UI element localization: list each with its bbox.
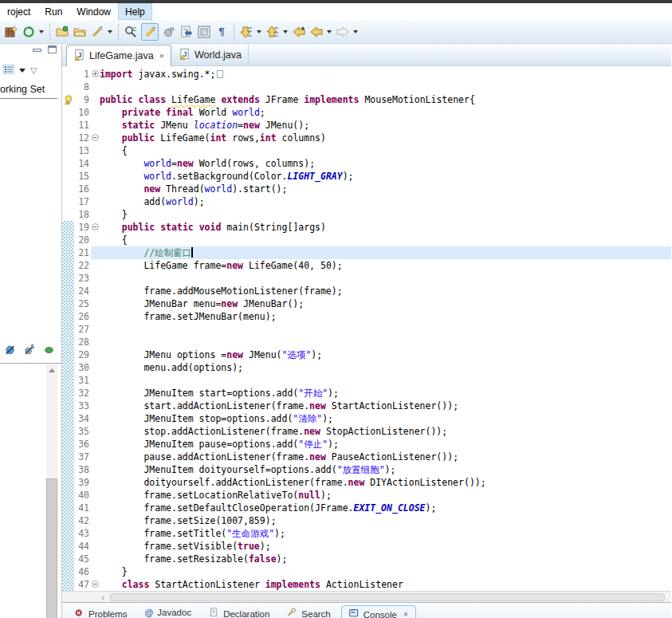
search-icon[interactable]: C bbox=[124, 25, 138, 39]
menu-item-roject[interactable]: roject bbox=[0, 3, 37, 20]
code-line-13[interactable]: 13 { bbox=[62, 144, 671, 157]
code-line-25[interactable]: 25 JMenuBar menu=new JMenuBar(); bbox=[62, 297, 671, 310]
fold-collapse-icon[interactable]: − bbox=[92, 581, 99, 588]
code-line-46[interactable]: 46 } bbox=[62, 565, 671, 578]
open-declaration-icon[interactable] bbox=[179, 25, 194, 39]
new-wizard-icon[interactable] bbox=[4, 25, 18, 39]
code-line-9[interactable]: 9public class LifeGame extends JFrame im… bbox=[62, 93, 671, 106]
skip-all-breakpoints-icon[interactable] bbox=[5, 344, 17, 360]
code-editor[interactable]: 1+import javax.swing.*;89public class Li… bbox=[62, 66, 671, 591]
code-line-42[interactable]: 42 frame.setSize(1007,859); bbox=[62, 514, 671, 527]
code-line-24[interactable]: 24 frame.addMouseMotionListener(frame); bbox=[62, 285, 671, 297]
menu-item-run[interactable]: Run bbox=[37, 3, 69, 20]
code-line-37[interactable]: 37 pause.addActionListener(frame.new Pau… bbox=[62, 451, 671, 463]
brush-icon-dropdown[interactable] bbox=[106, 25, 113, 39]
code-line-19[interactable]: 19− public static void main(String[]args… bbox=[62, 221, 671, 234]
code-line-14[interactable]: 14 world=new World(rows, columns); bbox=[62, 157, 671, 170]
code-line-20[interactable]: 20 { bbox=[62, 234, 671, 246]
scroll-left-icon[interactable]: ‹ bbox=[97, 592, 108, 602]
bottom-tab-console[interactable]: Console× bbox=[341, 605, 416, 618]
code-line-36[interactable]: 36 JMenuItem pause=options.add("停止"); bbox=[62, 438, 671, 451]
code-line-18[interactable]: 18 } bbox=[62, 208, 671, 221]
import-folder-icon[interactable] bbox=[55, 25, 69, 39]
open-folder-icon[interactable] bbox=[73, 25, 87, 39]
minimize-view-icon[interactable] bbox=[33, 49, 41, 52]
code-line-35[interactable]: 35 stop.addActionListener(frame.new Stop… bbox=[62, 425, 671, 438]
folded-region-box[interactable] bbox=[217, 70, 223, 78]
code-line-39[interactable]: 39 doityourself.addActionListener(frame.… bbox=[62, 476, 671, 489]
show-whitespace-icon[interactable]: ¶ bbox=[214, 25, 229, 39]
back-icon-dropdown[interactable] bbox=[325, 25, 332, 39]
code-line-16[interactable]: 16 new Thread(world).start(); bbox=[62, 183, 671, 195]
menu-item-help[interactable]: Help bbox=[118, 3, 152, 20]
format-icon[interactable] bbox=[162, 25, 176, 39]
editor-tab-world-java[interactable]: JWorld.java bbox=[171, 44, 249, 65]
code-line-12[interactable]: 12− public LifeGame(int rows,int columns… bbox=[62, 132, 671, 144]
list-layout-icon[interactable] bbox=[3, 63, 14, 77]
code-line-44[interactable]: 44 frame.setVisible(true); bbox=[62, 540, 671, 553]
close-icon[interactable]: × bbox=[159, 51, 164, 61]
resume-icon[interactable] bbox=[43, 344, 55, 360]
left-panel-scrollbar[interactable] bbox=[46, 364, 57, 616]
close-icon[interactable]: × bbox=[403, 610, 408, 618]
forward-icon-dropdown[interactable] bbox=[352, 25, 359, 39]
code-line-17[interactable]: 17 add(world); bbox=[62, 195, 671, 208]
code-line-30[interactable]: 30 menu.add(options); bbox=[62, 361, 671, 374]
fold-collapse-icon[interactable]: − bbox=[92, 223, 99, 230]
code-line-26[interactable]: 26 frame.setJMenuBar(menu); bbox=[62, 310, 671, 323]
code-line-34[interactable]: 34 JMenuItem stop=options.add("清除"); bbox=[62, 412, 671, 425]
code-line-43[interactable]: 43 frame.setTitle("生命游戏"); bbox=[62, 527, 671, 540]
line-number: 14 bbox=[74, 157, 91, 170]
fold-expand-icon[interactable]: + bbox=[92, 70, 99, 77]
code-line-47[interactable]: 47− class StartActionListener implements… bbox=[62, 578, 671, 591]
fold-collapse-icon[interactable]: − bbox=[92, 134, 99, 141]
scroll-up-icon[interactable] bbox=[46, 364, 57, 376]
back-icon[interactable] bbox=[309, 25, 324, 39]
maximize-view-icon[interactable] bbox=[48, 45, 57, 53]
line-number: 38 bbox=[74, 463, 91, 476]
code-line-21[interactable]: 21 //绘制窗口 bbox=[62, 246, 671, 259]
range-indicator bbox=[62, 234, 74, 246]
code-line-27[interactable]: 27 bbox=[62, 323, 671, 336]
next-annotation-icon[interactable] bbox=[239, 25, 253, 39]
bottom-tab-declaration[interactable]: Declaration bbox=[202, 605, 277, 618]
chevron-down-icon[interactable] bbox=[19, 69, 26, 73]
code-line-1[interactable]: 1+import javax.swing.*; bbox=[62, 68, 671, 81]
editor-tab-lifegame-java[interactable]: JLifeGame.java× bbox=[66, 45, 171, 66]
code-line-31[interactable]: 31 bbox=[62, 374, 671, 387]
bottom-tab-search[interactable]: Search bbox=[280, 605, 337, 618]
previous-annotation-icon-dropdown[interactable] bbox=[281, 25, 289, 39]
code-line-33[interactable]: 33 start.addActionListener(frame.new Sta… bbox=[62, 400, 671, 412]
code-line-32[interactable]: 32 JMenuItem start=options.add("开始"); bbox=[62, 387, 671, 400]
code-line-45[interactable]: 45 frame.setResizable(false); bbox=[62, 553, 671, 565]
mark-occurrences-icon[interactable] bbox=[141, 23, 159, 41]
code-line-28[interactable]: 28 bbox=[62, 336, 671, 348]
code-line-8[interactable]: 8 bbox=[62, 81, 671, 93]
horizontal-scrollbar[interactable]: ‹ bbox=[62, 591, 671, 602]
code-line-10[interactable]: 10 private final World world; bbox=[62, 106, 671, 119]
show-selected-element-icon[interactable] bbox=[197, 25, 211, 39]
last-edit-location-icon[interactable] bbox=[292, 25, 306, 39]
skip-step-filters-icon[interactable]: S bbox=[24, 344, 36, 360]
forward-icon[interactable] bbox=[336, 25, 350, 39]
run-refresh-icon-dropdown[interactable] bbox=[37, 25, 45, 39]
view-menu-icon[interactable]: ▽ bbox=[30, 65, 37, 76]
code-line-41[interactable]: 41 frame.setDefaultCloseOperation(JFrame… bbox=[62, 502, 671, 514]
run-refresh-icon[interactable] bbox=[22, 25, 36, 39]
code-line-11[interactable]: 11 static JMenu location=new JMenu(); bbox=[62, 119, 671, 132]
next-annotation-icon-dropdown[interactable] bbox=[255, 25, 262, 39]
code-line-38[interactable]: 38 JMenuItem doityourself=options.add("放… bbox=[62, 463, 671, 476]
range-indicator bbox=[62, 463, 74, 476]
code-line-23[interactable]: 23 bbox=[62, 272, 671, 285]
hscroll-thumb[interactable] bbox=[110, 593, 665, 601]
code-line-40[interactable]: 40 frame.setLocationRelativeTo(null); bbox=[62, 489, 671, 502]
bottom-tab-problems[interactable]: Problems bbox=[67, 605, 135, 618]
menu-item-window[interactable]: Window bbox=[69, 3, 118, 20]
code-line-22[interactable]: 22 LifeGame frame=new LifeGame(40, 50); bbox=[62, 259, 671, 272]
previous-annotation-icon[interactable] bbox=[265, 25, 280, 39]
code-line-15[interactable]: 15 world.setBackground(Color.LIGHT_GRAY)… bbox=[62, 170, 671, 183]
bottom-tab-javadoc[interactable]: @Javadoc bbox=[138, 605, 199, 618]
brush-icon[interactable] bbox=[90, 25, 104, 39]
code-line-29[interactable]: 29 JMenu options =new JMenu("选项"); bbox=[62, 348, 671, 361]
scrollbar-thumb[interactable] bbox=[46, 478, 57, 618]
